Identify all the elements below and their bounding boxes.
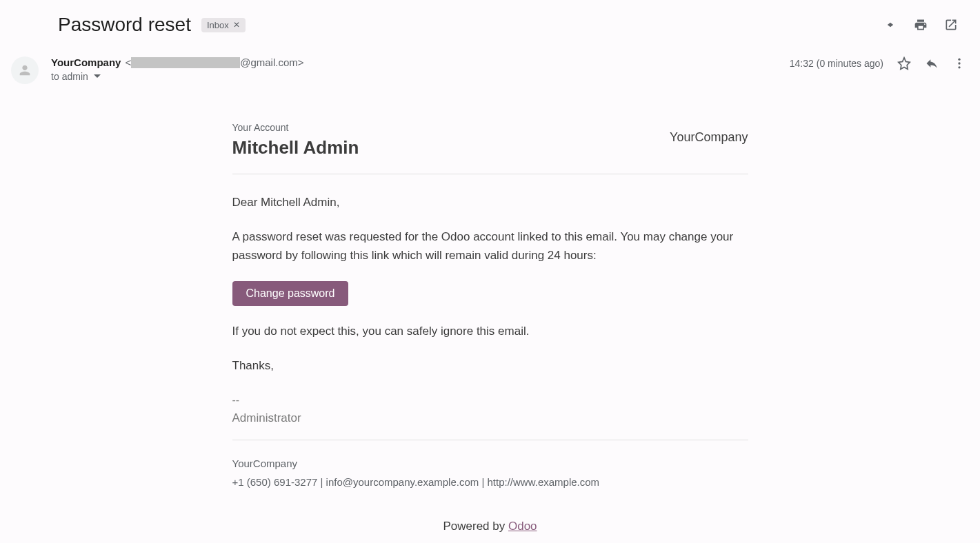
ignore-text: If you do not expect this, you can safel…	[232, 322, 748, 340]
change-password-button[interactable]: Change password	[232, 281, 349, 306]
sender-row: YourCompany < @gmail.com> to admin 14:32…	[0, 57, 980, 84]
svg-point-1	[958, 62, 960, 64]
powered-by: Powered by Odoo	[232, 518, 748, 535]
timestamp: 14:32 (0 minutes ago)	[790, 58, 883, 69]
svg-point-0	[958, 59, 960, 61]
recipient-line[interactable]: to admin	[51, 71, 790, 82]
recipient-to: to	[51, 71, 59, 82]
label-text: Inbox	[207, 20, 229, 30]
powered-prefix: Powered by	[443, 520, 508, 533]
collapse-icon[interactable]	[883, 18, 897, 32]
email-suffix: @gmail.com>	[240, 57, 303, 68]
body-header: Your Account Mitchell Admin YourCompany	[232, 122, 748, 174]
recipient-name: admin	[62, 71, 88, 82]
reply-icon[interactable]	[925, 57, 939, 70]
company-brand: YourCompany	[670, 130, 748, 145]
signature-dash: --	[232, 392, 748, 409]
body-content: Dear Mitchell Admin, A password reset wa…	[232, 174, 748, 536]
redacted-email	[131, 57, 240, 68]
more-icon[interactable]	[952, 57, 966, 70]
email-subject: Password reset	[58, 14, 191, 36]
header-actions	[883, 18, 966, 32]
open-new-window-icon[interactable]	[944, 18, 958, 32]
email-header: Password reset Inbox ✕	[0, 14, 980, 36]
inbox-label-chip[interactable]: Inbox ✕	[201, 18, 246, 32]
email-view: Password reset Inbox ✕ YourCompany <	[0, 0, 980, 536]
star-icon[interactable]	[897, 57, 911, 70]
close-icon[interactable]: ✕	[233, 20, 240, 30]
signature-name: Administrator	[232, 409, 748, 427]
email-body: Your Account Mitchell Admin YourCompany …	[232, 122, 748, 536]
greeting: Dear Mitchell Admin,	[232, 194, 748, 212]
message-meta: 14:32 (0 minutes ago)	[790, 57, 966, 70]
odoo-link[interactable]: Odoo	[508, 520, 537, 533]
footer-contact: +1 (650) 691-3277 | info@yourcompany.exa…	[232, 474, 748, 490]
reset-paragraph: A password reset was requested for the O…	[232, 228, 748, 265]
your-account-label: Your Account	[232, 122, 359, 133]
email-open-bracket: <	[125, 57, 131, 68]
chevron-down-icon[interactable]	[94, 73, 101, 80]
svg-point-2	[958, 66, 960, 68]
footer: YourCompany +1 (650) 691-3277 | info@you…	[232, 440, 748, 491]
account-name: Mitchell Admin	[232, 137, 359, 158]
footer-company: YourCompany	[232, 455, 748, 471]
sender-name: YourCompany	[51, 57, 121, 68]
sender-line: YourCompany < @gmail.com>	[51, 57, 790, 68]
thanks: Thanks,	[232, 357, 748, 375]
print-icon[interactable]	[914, 18, 928, 32]
avatar[interactable]	[11, 57, 39, 84]
sender-details: YourCompany < @gmail.com> to admin	[51, 57, 790, 82]
